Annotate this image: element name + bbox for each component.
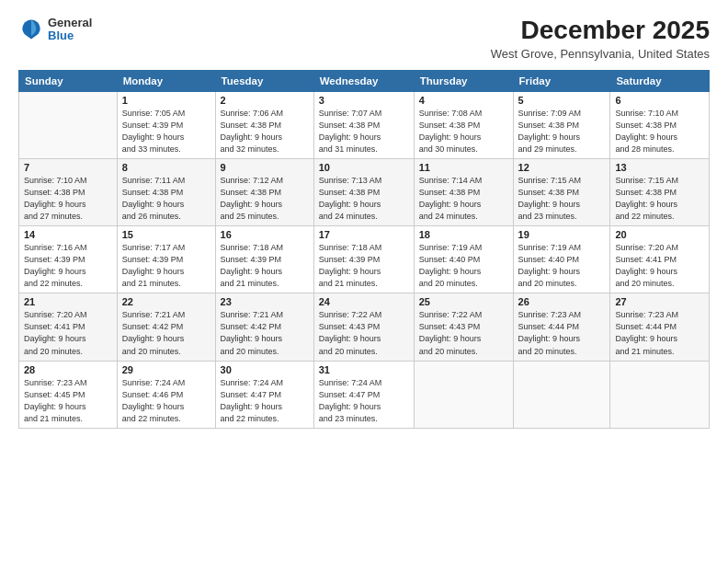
header-row: Sunday Monday Tuesday Wednesday Thursday… (19, 70, 710, 91)
table-cell: 18Sunrise: 7:19 AM Sunset: 4:40 PM Dayli… (414, 226, 513, 293)
day-info: Sunrise: 7:17 AM Sunset: 4:39 PM Dayligh… (122, 242, 210, 290)
col-wednesday: Wednesday (313, 70, 414, 91)
day-number: 11 (419, 162, 508, 173)
day-number: 26 (518, 296, 606, 307)
day-info: Sunrise: 7:14 AM Sunset: 4:38 PM Dayligh… (419, 175, 508, 223)
location: West Grove, Pennsylvania, United States (491, 47, 710, 61)
day-info: Sunrise: 7:15 AM Sunset: 4:38 PM Dayligh… (518, 175, 606, 223)
day-info: Sunrise: 7:23 AM Sunset: 4:44 PM Dayligh… (615, 309, 704, 357)
logo-general: General (48, 17, 92, 29)
table-cell: 30Sunrise: 7:24 AM Sunset: 4:47 PM Dayli… (215, 361, 313, 428)
day-number: 22 (122, 296, 210, 307)
table-cell: 8Sunrise: 7:11 AM Sunset: 4:38 PM Daylig… (117, 158, 215, 225)
day-number: 8 (122, 162, 210, 173)
day-info: Sunrise: 7:18 AM Sunset: 4:39 PM Dayligh… (221, 242, 309, 290)
day-number: 20 (615, 229, 704, 240)
table-cell: 25Sunrise: 7:22 AM Sunset: 4:43 PM Dayli… (414, 293, 513, 361)
day-number: 17 (319, 229, 409, 240)
day-info: Sunrise: 7:05 AM Sunset: 4:39 PM Dayligh… (122, 108, 210, 155)
table-cell: 4Sunrise: 7:08 AM Sunset: 4:38 PM Daylig… (414, 91, 513, 158)
day-number: 21 (24, 296, 112, 307)
table-cell: 21Sunrise: 7:20 AM Sunset: 4:41 PM Dayli… (19, 293, 118, 361)
logo-text: General Blue (48, 17, 92, 43)
day-info: Sunrise: 7:22 AM Sunset: 4:43 PM Dayligh… (319, 309, 409, 357)
calendar-row: 21Sunrise: 7:20 AM Sunset: 4:41 PM Dayli… (19, 293, 710, 361)
day-info: Sunrise: 7:20 AM Sunset: 4:41 PM Dayligh… (615, 242, 704, 290)
table-cell: 7Sunrise: 7:10 AM Sunset: 4:38 PM Daylig… (19, 158, 118, 225)
day-number: 12 (518, 162, 606, 173)
table-cell: 14Sunrise: 7:16 AM Sunset: 4:39 PM Dayli… (19, 226, 118, 293)
day-number: 19 (518, 229, 606, 240)
day-info: Sunrise: 7:15 AM Sunset: 4:38 PM Dayligh… (615, 175, 704, 223)
table-cell: 16Sunrise: 7:18 AM Sunset: 4:39 PM Dayli… (215, 226, 313, 293)
day-info: Sunrise: 7:19 AM Sunset: 4:40 PM Dayligh… (419, 242, 508, 290)
table-cell: 1Sunrise: 7:05 AM Sunset: 4:39 PM Daylig… (117, 91, 215, 158)
day-info: Sunrise: 7:24 AM Sunset: 4:47 PM Dayligh… (319, 377, 409, 425)
header: General Blue December 2025 West Grove, P… (18, 17, 710, 61)
table-cell: 12Sunrise: 7:15 AM Sunset: 4:38 PM Dayli… (513, 158, 610, 225)
table-cell: 26Sunrise: 7:23 AM Sunset: 4:44 PM Dayli… (513, 293, 610, 361)
table-cell: 3Sunrise: 7:07 AM Sunset: 4:38 PM Daylig… (313, 91, 414, 158)
day-number: 24 (319, 296, 409, 307)
day-number: 29 (122, 364, 210, 375)
day-info: Sunrise: 7:21 AM Sunset: 4:42 PM Dayligh… (122, 309, 210, 357)
table-cell: 28Sunrise: 7:23 AM Sunset: 4:45 PM Dayli… (19, 361, 118, 428)
col-friday: Friday (513, 70, 610, 91)
day-info: Sunrise: 7:10 AM Sunset: 4:38 PM Dayligh… (615, 108, 704, 155)
col-saturday: Saturday (610, 70, 710, 91)
day-info: Sunrise: 7:18 AM Sunset: 4:39 PM Dayligh… (319, 242, 409, 290)
table-cell: 11Sunrise: 7:14 AM Sunset: 4:38 PM Dayli… (414, 158, 513, 225)
day-number: 23 (221, 296, 309, 307)
month-title: December 2025 (491, 17, 710, 45)
day-info: Sunrise: 7:09 AM Sunset: 4:38 PM Dayligh… (518, 108, 606, 155)
day-info: Sunrise: 7:11 AM Sunset: 4:38 PM Dayligh… (122, 175, 210, 223)
table-cell: 23Sunrise: 7:21 AM Sunset: 4:42 PM Dayli… (215, 293, 313, 361)
day-info: Sunrise: 7:10 AM Sunset: 4:38 PM Dayligh… (24, 175, 112, 223)
day-number: 4 (419, 95, 508, 106)
day-number: 31 (319, 364, 409, 375)
col-sunday: Sunday (19, 70, 118, 91)
day-info: Sunrise: 7:23 AM Sunset: 4:44 PM Dayligh… (518, 309, 606, 357)
logo: General Blue (18, 17, 92, 43)
day-info: Sunrise: 7:12 AM Sunset: 4:38 PM Dayligh… (221, 175, 309, 223)
day-number: 28 (24, 364, 112, 375)
table-cell: 10Sunrise: 7:13 AM Sunset: 4:38 PM Dayli… (313, 158, 414, 225)
day-number: 15 (122, 229, 210, 240)
table-cell: 13Sunrise: 7:15 AM Sunset: 4:38 PM Dayli… (610, 158, 710, 225)
table-cell: 2Sunrise: 7:06 AM Sunset: 4:38 PM Daylig… (215, 91, 313, 158)
calendar-row: 14Sunrise: 7:16 AM Sunset: 4:39 PM Dayli… (19, 226, 710, 293)
title-block: December 2025 West Grove, Pennsylvania, … (491, 17, 710, 61)
table-cell: 24Sunrise: 7:22 AM Sunset: 4:43 PM Dayli… (313, 293, 414, 361)
day-info: Sunrise: 7:08 AM Sunset: 4:38 PM Dayligh… (419, 108, 508, 155)
day-info: Sunrise: 7:23 AM Sunset: 4:45 PM Dayligh… (24, 377, 112, 425)
day-info: Sunrise: 7:06 AM Sunset: 4:38 PM Dayligh… (221, 108, 309, 155)
day-number: 7 (24, 162, 112, 173)
day-info: Sunrise: 7:20 AM Sunset: 4:41 PM Dayligh… (24, 309, 112, 357)
day-number: 9 (221, 162, 309, 173)
day-number: 14 (24, 229, 112, 240)
page: General Blue December 2025 West Grove, P… (0, 0, 728, 563)
day-number: 3 (319, 95, 409, 106)
day-number: 25 (419, 296, 508, 307)
day-info: Sunrise: 7:21 AM Sunset: 4:42 PM Dayligh… (221, 309, 309, 357)
table-cell (610, 361, 710, 428)
table-cell: 22Sunrise: 7:21 AM Sunset: 4:42 PM Dayli… (117, 293, 215, 361)
table-cell: 27Sunrise: 7:23 AM Sunset: 4:44 PM Dayli… (610, 293, 710, 361)
logo-blue: Blue (48, 29, 92, 42)
day-number: 5 (518, 95, 606, 106)
logo-icon (18, 17, 44, 42)
day-info: Sunrise: 7:13 AM Sunset: 4:38 PM Dayligh… (319, 175, 409, 223)
day-number: 2 (221, 95, 309, 106)
table-cell (414, 361, 513, 428)
col-monday: Monday (117, 70, 215, 91)
table-cell (513, 361, 610, 428)
calendar-row: 7Sunrise: 7:10 AM Sunset: 4:38 PM Daylig… (19, 158, 710, 225)
col-thursday: Thursday (414, 70, 513, 91)
table-cell: 6Sunrise: 7:10 AM Sunset: 4:38 PM Daylig… (610, 91, 710, 158)
day-number: 1 (122, 95, 210, 106)
table-cell: 29Sunrise: 7:24 AM Sunset: 4:46 PM Dayli… (117, 361, 215, 428)
table-cell: 5Sunrise: 7:09 AM Sunset: 4:38 PM Daylig… (513, 91, 610, 158)
table-cell: 31Sunrise: 7:24 AM Sunset: 4:47 PM Dayli… (313, 361, 414, 428)
table-cell: 9Sunrise: 7:12 AM Sunset: 4:38 PM Daylig… (215, 158, 313, 225)
day-info: Sunrise: 7:24 AM Sunset: 4:47 PM Dayligh… (221, 377, 309, 425)
